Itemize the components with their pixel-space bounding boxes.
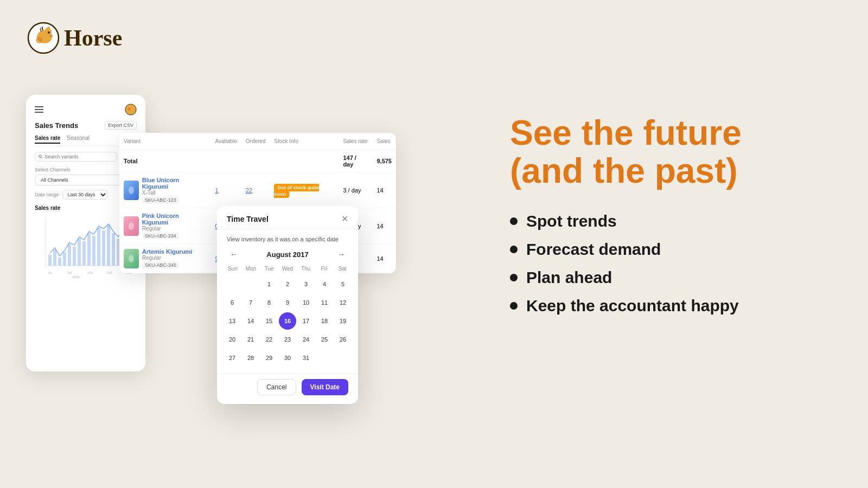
calendar-day-cell[interactable]: 4: [316, 275, 333, 293]
modal-header: Time Travel ✕: [217, 206, 358, 229]
ordered-cell[interactable]: 22: [241, 172, 270, 208]
svg-point-7: [36, 37, 42, 43]
day-header-thu: Thu: [297, 264, 315, 273]
modal-subtitle: View inventory as it was on a specific d…: [217, 229, 358, 247]
table-row: Blue Unicorn Kigurumi X-Tall SKU-ABC-123…: [119, 172, 396, 208]
variant-product-name[interactable]: Blue Unicorn Kigurumi: [142, 177, 207, 190]
svg-point-41: [129, 255, 134, 262]
svg-rect-27: [112, 233, 115, 266]
modal-footer: Cancel Visit Date: [217, 373, 358, 404]
time-travel-modal-overlay: Time Travel ✕ View inventory as it was o…: [217, 206, 358, 404]
calendar-day-cell[interactable]: 23: [279, 331, 296, 348]
bullet-list: Spot trendsForecast demandPlan aheadKeep…: [510, 212, 825, 315]
total-label: Total: [119, 150, 339, 172]
bullet-text: Keep the accountant happy: [526, 297, 739, 315]
svg-text:1/15: 1/15: [87, 271, 93, 274]
sales-rate-cell: 3 / day: [339, 172, 372, 208]
calendar-nav: ← August 2017 →: [217, 247, 358, 264]
calendar-day-cell[interactable]: 12: [334, 294, 352, 311]
visit-date-button[interactable]: Visit Date: [302, 379, 348, 395]
calendar-day-cell[interactable]: 16: [279, 312, 296, 330]
product-thumbnail: [124, 216, 139, 236]
total-sales: 9,575: [372, 150, 396, 172]
calendar-day-cell[interactable]: 3: [297, 275, 315, 293]
calendar-day-cell[interactable]: 2: [279, 275, 296, 293]
calendar-day-cell[interactable]: 20: [224, 331, 241, 348]
sku-badge: SKU-ABC-234: [142, 233, 179, 239]
search-variants-input[interactable]: [44, 154, 113, 159]
svg-point-39: [129, 187, 134, 194]
svg-point-6: [49, 35, 53, 37]
calendar-day-cell[interactable]: 13: [224, 312, 241, 330]
calendar-day-cell[interactable]: 1: [260, 275, 278, 293]
bullet-dot: [510, 302, 518, 310]
sales-cell: 14: [372, 172, 396, 208]
next-month-button[interactable]: →: [334, 249, 348, 260]
calendar-day-cell[interactable]: 21: [242, 331, 259, 348]
calendar-day-cell[interactable]: 5: [334, 275, 352, 293]
tab-seasonal[interactable]: Seasonal: [67, 135, 90, 144]
sku-badge: SKU-ABC-123: [142, 197, 179, 203]
calendar-day-cell[interactable]: 14: [242, 312, 259, 330]
calendar-day-cell[interactable]: 28: [242, 349, 259, 367]
col-ordered: Ordered: [241, 133, 270, 150]
svg-text:1/1: 1/1: [48, 271, 52, 274]
calendar-day-cell[interactable]: 11: [316, 294, 333, 311]
svg-line-11: [41, 157, 42, 158]
calendar-day-cell[interactable]: 8: [260, 294, 278, 311]
prev-month-button[interactable]: ←: [227, 249, 241, 260]
calendar-day-cell[interactable]: 25: [316, 331, 333, 348]
menu-icon[interactable]: [35, 106, 43, 113]
calendar-day-cell[interactable]: 22: [260, 331, 278, 348]
calendar-day-cell[interactable]: 19: [334, 312, 352, 330]
sku-badge: SKU-ABC-345: [142, 262, 179, 268]
calendar-day-cell[interactable]: 27: [224, 349, 241, 367]
tab-sales-rate[interactable]: Sales rate: [35, 135, 60, 144]
time-travel-modal: Time Travel ✕ View inventory as it was o…: [217, 206, 358, 404]
calendar-day-headers: Sun Mon Tue Wed Thu Fri Sat: [224, 264, 352, 273]
calendar-day-cell[interactable]: 26: [334, 331, 352, 348]
modal-close-button[interactable]: ✕: [341, 215, 348, 223]
calendar-day-cell[interactable]: 15: [260, 312, 278, 330]
bullet-item: Forecast demand: [510, 240, 825, 259]
card-horse-icon: [125, 104, 137, 115]
bullet-text: Plan ahead: [526, 268, 612, 287]
cancel-button[interactable]: Cancel: [257, 379, 296, 395]
calendar-day-cell[interactable]: 6: [224, 294, 241, 311]
calendar-day-cell[interactable]: 7: [242, 294, 259, 311]
variant-cell: Blue Unicorn Kigurumi X-Tall SKU-ABC-123: [119, 172, 210, 208]
svg-text:DATE: DATE: [73, 275, 80, 279]
right-content: See the future (and the past) Spot trend…: [510, 114, 825, 325]
date-range-select[interactable]: Last 30 days: [62, 190, 108, 200]
col-stock-info: Stock Info: [270, 133, 339, 150]
svg-point-40: [129, 222, 134, 230]
calendar-day-cell[interactable]: 31: [297, 349, 315, 367]
svg-point-9: [127, 107, 131, 111]
svg-text:1/22: 1/22: [107, 271, 112, 274]
calendar-day-cell[interactable]: 24: [297, 331, 315, 348]
calendar-day-cell[interactable]: 30: [279, 349, 296, 367]
stock-info-cell: Out of stock quite soon: [270, 172, 339, 208]
stock-badge-soon: Out of stock quite soon: [274, 184, 319, 198]
svg-text:1/8: 1/8: [68, 271, 72, 274]
variant-type: Regular: [142, 255, 192, 261]
calendar-day-cell: [316, 349, 333, 367]
svg-rect-15: [53, 249, 56, 266]
svg-rect-26: [107, 225, 110, 266]
calendar-day-cell[interactable]: 17: [297, 312, 315, 330]
col-sales: Sales: [372, 133, 396, 150]
calendar-day-cell[interactable]: 10: [297, 294, 315, 311]
calendar-day-cell[interactable]: 18: [316, 312, 333, 330]
calendar-day-cell[interactable]: 29: [260, 349, 278, 367]
bullet-text: Forecast demand: [526, 240, 661, 259]
variant-product-name[interactable]: Pink Unicorn Kigurumi: [142, 213, 207, 226]
card-title: Sales Trends: [35, 121, 78, 130]
available-cell[interactable]: 1: [210, 172, 241, 208]
export-csv-button[interactable]: Export CSV: [105, 121, 137, 130]
svg-rect-17: [63, 252, 66, 266]
calendar-day-cell[interactable]: 9: [279, 294, 296, 311]
svg-rect-16: [58, 258, 61, 266]
svg-rect-14: [48, 255, 52, 266]
variant-product-name[interactable]: Artemis Kigurumi: [142, 248, 192, 255]
svg-rect-25: [102, 230, 105, 266]
